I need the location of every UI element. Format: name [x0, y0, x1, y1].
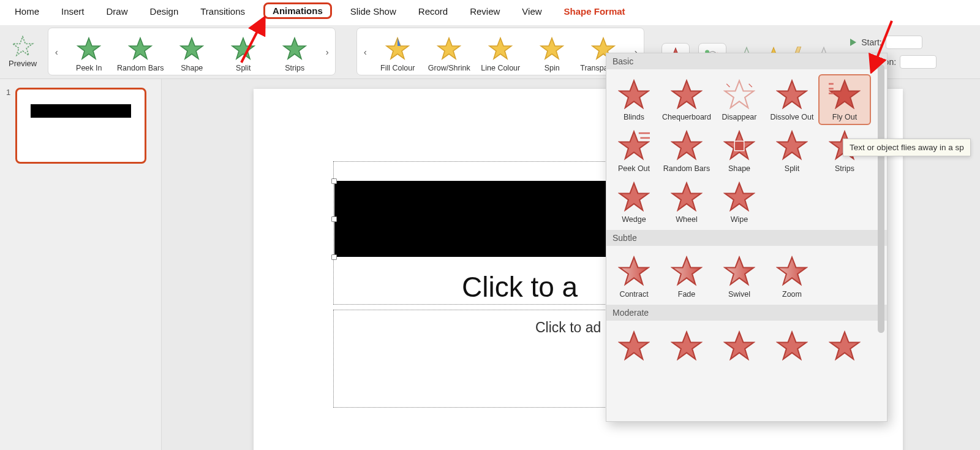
emphasis-gallery: ‹ Fill Colour Grow/Shrink Line Colour Sp…	[356, 28, 644, 75]
selection-handle[interactable]	[331, 216, 337, 222]
title-placeholder-text: Click to a	[462, 270, 578, 303]
exit-anim-item-[interactable]	[660, 326, 713, 368]
svg-marker-48	[620, 332, 649, 359]
svg-marker-3	[181, 38, 203, 59]
exit-anim-item-[interactable]	[608, 326, 660, 368]
exit-anim-label: Strips	[835, 164, 854, 173]
exit-anim-zoom[interactable]: Zoom	[766, 251, 818, 302]
exit-anim-item-[interactable]	[766, 326, 818, 368]
duration-field[interactable]	[900, 55, 937, 69]
tab-draw[interactable]: Draw	[103, 5, 132, 18]
entrance-item-label: Random Bars	[117, 64, 164, 72]
popup-scrollbar[interactable]	[878, 64, 884, 333]
exit-anim-fly-out[interactable]: Fly Out	[818, 74, 871, 125]
svg-marker-5	[284, 38, 306, 59]
exit-anim-fade[interactable]: Fade	[660, 251, 713, 302]
exit-anim-label: Fly Out	[832, 113, 857, 121]
svg-marker-23	[620, 81, 649, 108]
svg-line-27	[749, 84, 752, 87]
svg-marker-43	[725, 183, 754, 210]
tab-animations[interactable]: Animations	[263, 2, 332, 19]
svg-marker-36	[673, 132, 701, 159]
exit-anim-wheel[interactable]: Wheel	[660, 177, 713, 227]
exit-anim-label: Wedge	[622, 215, 646, 224]
start-label: Start:	[861, 37, 881, 47]
svg-marker-50	[725, 332, 754, 359]
exit-anim-dissolve-out[interactable]: Dissolve Out	[766, 74, 818, 125]
svg-marker-49	[673, 332, 701, 359]
exit-anim-wipe[interactable]: Wipe	[713, 177, 766, 227]
play-icon	[849, 38, 858, 47]
svg-marker-10	[541, 38, 563, 59]
entrance-peek-in[interactable]: Peek In	[66, 36, 112, 72]
entrance-shape[interactable]: Shape	[168, 36, 215, 72]
gallery-prev-icon[interactable]: ‹	[50, 31, 63, 72]
exit-anim-random-bars[interactable]: Random Bars	[660, 125, 713, 176]
preview-star-icon	[11, 36, 34, 56]
tab-view[interactable]: View	[518, 5, 545, 18]
gallery-prev-icon[interactable]: ‹	[358, 31, 372, 72]
entrance-gallery-items: Peek In Random Bars Shape Split Strips	[63, 31, 320, 72]
popup-scroll[interactable]: Basic Blinds Chequerboard Disappear Diss…	[606, 53, 887, 421]
exit-anim-swivel[interactable]: Swivel	[713, 251, 766, 302]
svg-marker-46	[725, 257, 754, 284]
gallery-next-icon[interactable]: ›	[320, 31, 334, 72]
exit-anim-label: Shape	[728, 164, 750, 173]
category-header-basic: Basic	[606, 53, 887, 69]
tab-home[interactable]: Home	[11, 5, 43, 18]
entrance-split[interactable]: Split	[220, 36, 266, 72]
category-header-subtle: Subtle	[606, 230, 887, 246]
emphasis-fill-colour[interactable]: Fill Colour	[374, 36, 421, 72]
tab-design[interactable]: Design	[146, 5, 183, 18]
svg-marker-44	[620, 257, 649, 284]
svg-marker-42	[673, 183, 701, 210]
svg-line-26	[726, 84, 729, 87]
exit-anim-label: Peek Out	[618, 164, 650, 173]
category-grid-subtle: Contract Fade Swivel Zoom	[606, 246, 887, 304]
exit-animation-popup: Basic Blinds Chequerboard Disappear Diss…	[606, 53, 888, 422]
exit-anim-label: Split	[785, 164, 799, 173]
svg-marker-21	[850, 39, 856, 46]
emphasis-star-icon	[437, 36, 461, 61]
entrance-random-bars[interactable]: Random Bars	[117, 36, 164, 72]
exit-anim-disappear[interactable]: Disappear	[713, 74, 766, 125]
exit-anim-peek-out[interactable]: Peek Out	[608, 125, 660, 176]
tab-review[interactable]: Review	[466, 5, 503, 18]
slide-thumbnail-1[interactable]	[15, 88, 146, 164]
category-grid-moderate	[606, 321, 887, 370]
tab-insert[interactable]: Insert	[58, 5, 88, 18]
emphasis-line-colour[interactable]: Line Colour	[477, 36, 524, 72]
entrance-item-label: Peek In	[76, 64, 102, 72]
emphasis-grow-shrink[interactable]: Grow/Shrink	[426, 36, 472, 72]
svg-marker-29	[831, 81, 859, 108]
exit-anim-chequerboard[interactable]: Chequerboard	[660, 74, 713, 125]
exit-anim-split[interactable]: Split	[766, 125, 818, 176]
exit-anim-label: Zoom	[782, 290, 802, 299]
tab-slide-show[interactable]: Slide Show	[347, 5, 400, 18]
entrance-strips[interactable]: Strips	[271, 36, 318, 72]
selection-handle[interactable]	[331, 254, 337, 260]
exit-anim-item-[interactable]	[818, 326, 871, 368]
preview-group[interactable]: Preview	[2, 28, 43, 76]
emphasis-star-icon	[488, 36, 513, 61]
tab-transitions[interactable]: Transitions	[197, 5, 249, 18]
exit-anim-label: Dissolve Out	[771, 113, 814, 121]
tab-record[interactable]: Record	[415, 5, 451, 18]
entrance-star-icon	[282, 36, 307, 61]
exit-anim-item-[interactable]	[713, 326, 766, 368]
exit-anim-label: Wheel	[676, 215, 697, 224]
exit-anim-contract[interactable]: Contract	[608, 251, 660, 302]
exit-anim-label: Blinds	[624, 113, 644, 121]
exit-anim-shape[interactable]: Shape	[713, 125, 766, 176]
exit-anim-wedge[interactable]: Wedge	[608, 177, 660, 227]
emphasis-item-label: Grow/Shrink	[428, 64, 470, 72]
tab-shape-format[interactable]: Shape Format	[560, 5, 629, 18]
emphasis-spin[interactable]: Spin	[529, 36, 575, 72]
entrance-item-label: Split	[236, 64, 251, 72]
start-field[interactable]	[886, 36, 922, 49]
selection-handle[interactable]	[331, 178, 337, 184]
entrance-item-label: Shape	[181, 64, 203, 72]
exit-anim-label: Swivel	[728, 290, 750, 299]
svg-marker-7	[398, 38, 401, 46]
exit-anim-blinds[interactable]: Blinds	[608, 74, 660, 125]
